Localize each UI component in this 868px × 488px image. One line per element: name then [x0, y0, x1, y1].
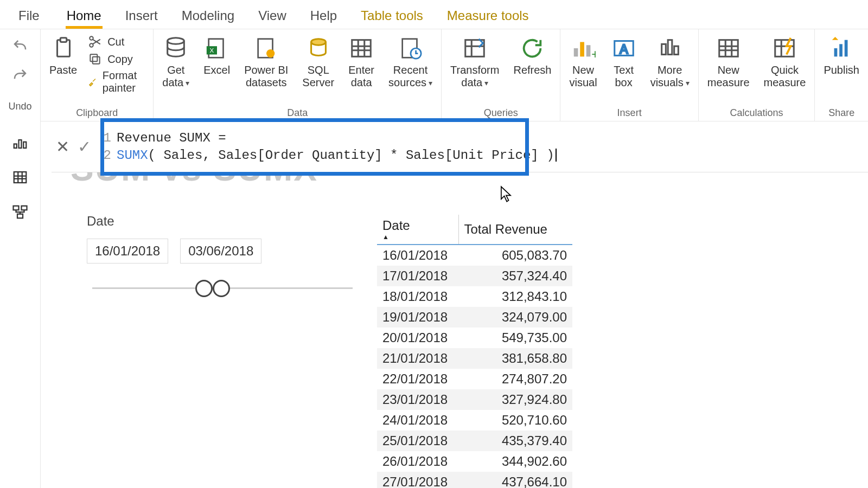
cell-date: 24/01/2018	[377, 410, 458, 431]
new-visual-button[interactable]: + New visual	[566, 35, 600, 90]
more-visuals-icon	[658, 36, 682, 61]
recent-icon	[398, 36, 423, 61]
model-view-button[interactable]	[11, 204, 29, 220]
cell-date: 23/01/2018	[377, 389, 458, 410]
textbox-icon: A	[611, 36, 636, 61]
cell-date: 19/01/2018	[377, 307, 458, 328]
table-row[interactable]: 25/01/2018435,379.40	[377, 431, 572, 451]
group-calc-label: Calculations	[730, 105, 783, 120]
text-box-button[interactable]: A Text box	[608, 35, 640, 90]
data-view-button[interactable]	[11, 169, 29, 185]
publish-button[interactable]: Publish	[820, 35, 863, 78]
table-header-revenue[interactable]: Total Revenue	[458, 215, 572, 245]
menu-modeling[interactable]: Modeling	[170, 3, 246, 29]
table-row[interactable]: 20/01/2018549,735.00	[377, 328, 572, 348]
slicer-end-date[interactable]: 03/06/2018	[180, 239, 261, 264]
svg-rect-33	[23, 142, 26, 148]
cell-revenue: 381,658.80	[458, 348, 572, 369]
menu-insert[interactable]: Insert	[113, 3, 170, 29]
table-row[interactable]: 18/01/2018312,843.10	[377, 286, 572, 307]
group-share: Publish Share	[815, 29, 868, 121]
group-clipboard: Paste Cut Copy Format painter	[41, 29, 154, 121]
table-row[interactable]: 27/01/2018437,664.10	[377, 472, 572, 488]
undo-button[interactable]	[12, 38, 28, 56]
transform-data-button[interactable]: Transform data	[447, 35, 502, 90]
svg-rect-19	[586, 45, 591, 56]
svg-rect-32	[19, 140, 22, 148]
new-measure-label: New measure	[707, 64, 750, 89]
get-data-button[interactable]: Get data	[159, 35, 193, 90]
slicer-title: Date	[87, 214, 358, 229]
refresh-button[interactable]: Refresh	[510, 35, 554, 78]
paste-label: Paste	[49, 64, 77, 76]
svg-rect-24	[668, 40, 672, 55]
brush-icon	[88, 75, 97, 89]
cut-button[interactable]: Cut	[88, 35, 124, 49]
format-painter-label: Format painter	[103, 69, 148, 94]
svg-rect-13	[352, 40, 371, 57]
undo-group-label: Undo	[8, 101, 31, 112]
svg-text:A: A	[620, 42, 628, 56]
slicer-slider[interactable]	[87, 280, 358, 296]
publish-icon	[829, 36, 854, 61]
report-view-button[interactable]	[11, 134, 29, 151]
cell-date: 16/01/2018	[377, 245, 458, 266]
svg-rect-30	[845, 40, 848, 57]
date-slicer[interactable]: Date 16/01/2018 03/06/2018	[87, 214, 358, 296]
copy-button[interactable]: Copy	[88, 52, 133, 66]
cell-revenue: 327,924.80	[458, 389, 572, 410]
excel-button[interactable]: X Excel	[200, 35, 233, 78]
pbi-datasets-label: Power BI datasets	[244, 64, 288, 89]
formula-editor[interactable]: 1Revenue SUMX = 2SUMX( Sales, Sales[Orde…	[95, 127, 868, 166]
table-row[interactable]: 22/01/2018274,807.20	[377, 369, 572, 389]
pbi-datasets-button[interactable]: Power BI datasets	[241, 35, 291, 90]
svg-rect-5	[90, 54, 97, 61]
svg-rect-18	[580, 42, 584, 57]
formula-cancel-button[interactable]: ✕	[52, 136, 73, 158]
excel-label: Excel	[203, 64, 230, 76]
menu-file[interactable]: File	[3, 3, 55, 29]
table-row[interactable]: 17/01/2018357,324.40	[377, 266, 572, 286]
slicer-start-date[interactable]: 16/01/2018	[87, 239, 168, 264]
revenue-table[interactable]: Date Total Revenue 16/01/2018605,083.701…	[377, 215, 572, 488]
menu-view[interactable]: View	[246, 3, 298, 29]
table-row[interactable]: 24/01/2018520,710.60	[377, 410, 572, 431]
table-row[interactable]: 26/01/2018344,902.60	[377, 451, 572, 472]
quick-measure-label: Quick measure	[764, 64, 806, 89]
text-box-label: Text box	[614, 64, 634, 89]
table-header-date[interactable]: Date	[377, 215, 458, 245]
new-visual-label: New visual	[569, 64, 597, 89]
formula-commit-button[interactable]: ✓	[73, 136, 95, 158]
table-row[interactable]: 16/01/2018605,083.70	[377, 245, 572, 266]
new-measure-button[interactable]: New measure	[704, 35, 753, 90]
cut-label: Cut	[107, 36, 124, 48]
formula-bar: ✕ ✓ 1Revenue SUMX = 2SUMX( Sales, Sales[…	[52, 121, 868, 172]
cell-revenue: 274,807.20	[458, 369, 572, 389]
quick-measure-button[interactable]: Quick measure	[761, 35, 809, 90]
table-row[interactable]: 23/01/2018327,924.80	[377, 389, 572, 410]
table-row[interactable]: 19/01/2018324,079.00	[377, 307, 572, 328]
more-visuals-button[interactable]: More visuals	[647, 35, 693, 90]
cell-revenue: 605,083.70	[458, 245, 572, 266]
format-painter-button[interactable]: Format painter	[88, 69, 148, 94]
enter-data-label: Enter data	[348, 64, 374, 89]
slider-knob-start[interactable]	[195, 280, 213, 297]
menu-table-tools[interactable]: Table tools	[349, 3, 435, 29]
sql-server-button[interactable]: SQL Server	[299, 35, 337, 90]
table-row[interactable]: 21/01/2018381,658.80	[377, 348, 572, 369]
enter-data-button[interactable]: Enter data	[345, 35, 378, 90]
cell-date: 20/01/2018	[377, 328, 458, 348]
recent-sources-label: Recent sources	[388, 64, 432, 89]
svg-text:+: +	[591, 47, 596, 61]
menu-measure-tools[interactable]: Measure tools	[435, 3, 541, 29]
recent-sources-button[interactable]: Recent sources	[385, 35, 436, 90]
svg-rect-4	[93, 57, 100, 64]
svg-rect-35	[14, 206, 19, 210]
slider-knob-end[interactable]	[213, 280, 230, 297]
paste-button[interactable]: Paste	[46, 35, 80, 78]
svg-point-6	[168, 38, 184, 44]
menu-help[interactable]: Help	[298, 3, 349, 29]
redo-button[interactable]	[12, 67, 28, 86]
svg-rect-26	[719, 40, 738, 57]
menu-home[interactable]: Home	[55, 3, 113, 29]
